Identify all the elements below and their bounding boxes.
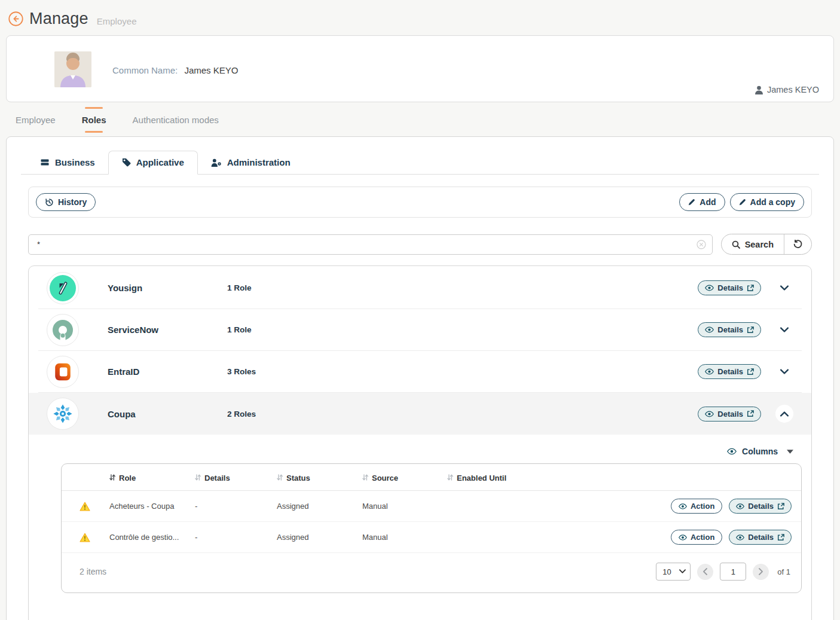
add-buttons: Add Add a copy (679, 193, 804, 211)
reset-search-button[interactable] (784, 234, 811, 254)
table-header-row: Role Details Status (62, 466, 801, 491)
eye-icon (736, 535, 744, 540)
column-header-status[interactable]: Status (277, 474, 362, 482)
column-header-role[interactable]: Role (109, 474, 195, 482)
add-label: Add (700, 197, 716, 207)
applications-panel: Yousign 1 Role Details (28, 265, 812, 620)
app-row-coupa[interactable]: Coupa 2 Roles Details (29, 393, 811, 435)
app-details-button[interactable]: Details (698, 407, 761, 422)
pagination: 10 of 1 (656, 563, 790, 581)
common-name: Common Name: James KEYO (112, 65, 238, 75)
app-details-label: Details (717, 283, 743, 292)
roles-panel: Business Applicative Administration (6, 136, 834, 620)
column-header-details[interactable]: Details (195, 474, 277, 482)
user-badge: James KEYO (755, 85, 819, 94)
page-title: Manage (29, 10, 88, 28)
app-role-count: 2 Roles (227, 410, 256, 419)
cell-role: Acheteurs - Coupa (109, 502, 195, 511)
column-label: Status (286, 474, 310, 482)
app-role-count: 1 Role (227, 325, 252, 334)
columns-dropdown[interactable]: Columns (29, 435, 811, 456)
sort-icon (277, 474, 283, 482)
row-details-button[interactable]: Details (729, 499, 792, 514)
search-button-group: Search (721, 234, 812, 255)
back-icon[interactable] (8, 11, 23, 26)
search-button[interactable]: Search (722, 234, 784, 254)
cell-source: Manual (362, 533, 447, 542)
row-details-label: Details (748, 502, 774, 511)
add-copy-label: Add a copy (750, 197, 795, 207)
next-page-button[interactable] (753, 564, 769, 580)
app-name: ServiceNow (108, 325, 227, 335)
search-icon (732, 240, 740, 249)
column-label: Enabled Until (457, 474, 506, 482)
external-link-icon (777, 534, 784, 541)
add-button[interactable]: Add (679, 193, 725, 211)
toolbar: History Add Add a copy (28, 187, 812, 218)
app-details-button[interactable]: Details (698, 364, 761, 379)
chevron-up-icon[interactable] (775, 405, 793, 423)
page-subtitle: Employee (97, 16, 137, 26)
action-button[interactable]: Action (671, 530, 722, 545)
cell-details: - (195, 502, 277, 511)
profile-card: Common Name: James KEYO James KEYO (6, 35, 834, 102)
app-row-yousign[interactable]: Yousign 1 Role Details (38, 267, 802, 309)
tab-roles[interactable]: Roles (81, 106, 108, 134)
person-icon (755, 85, 763, 94)
chevron-down-icon[interactable] (775, 321, 793, 339)
subtab-business[interactable]: Business (27, 151, 108, 175)
row-details-button[interactable]: Details (729, 530, 792, 545)
action-button[interactable]: Action (671, 499, 722, 514)
sort-icon (195, 474, 201, 482)
external-link-icon (747, 368, 754, 375)
clear-search-icon[interactable] (697, 240, 706, 252)
chevron-down-icon[interactable] (775, 279, 793, 297)
tag-icon (122, 158, 131, 167)
cell-status: Assigned (277, 533, 362, 542)
subtab-administration-label: Administration (227, 157, 291, 167)
common-name-label: Common Name: (112, 65, 178, 75)
sort-icon (447, 474, 453, 482)
topbar: Manage Employee (0, 0, 840, 34)
cell-source: Manual (362, 502, 447, 511)
column-header-source[interactable]: Source (362, 474, 447, 482)
app-role-count: 3 Roles (227, 367, 256, 376)
subtab-administration[interactable]: Administration (198, 151, 304, 175)
history-button[interactable]: History (36, 193, 96, 211)
app-row-entraid[interactable]: EntraID 3 Roles Details (38, 351, 802, 393)
tab-employee[interactable]: Employee (14, 106, 57, 134)
eye-icon (705, 285, 714, 291)
previous-page-button[interactable] (697, 564, 713, 580)
search-label: Search (745, 240, 774, 249)
page-number-input[interactable] (720, 563, 746, 581)
columns-label: Columns (742, 447, 778, 456)
cell-role: Contrôle de gestio... (109, 533, 195, 542)
eye-icon (705, 411, 714, 417)
page-size-select[interactable]: 10 (656, 563, 691, 581)
column-label: Role (119, 474, 136, 482)
subtab-applicative[interactable]: Applicative (108, 151, 198, 175)
eye-icon (705, 368, 714, 375)
eye-icon (727, 448, 737, 455)
search-input[interactable] (28, 234, 713, 255)
app-details-button[interactable]: Details (698, 322, 761, 337)
app-details-label: Details (717, 367, 743, 376)
app-row-servicenow[interactable]: ServiceNow 1 Role Details (38, 309, 802, 351)
chevron-down-icon[interactable] (775, 363, 793, 381)
external-link-icon (747, 326, 754, 334)
column-header-enabled-until[interactable]: Enabled Until (447, 474, 801, 482)
eye-icon (679, 535, 687, 540)
cell-details: - (195, 533, 277, 542)
row-details-label: Details (748, 533, 774, 542)
user-gear-icon (211, 158, 222, 167)
add-copy-button[interactable]: Add a copy (730, 193, 804, 211)
main-tabs: Employee Roles Authentication modes (0, 102, 840, 134)
tab-authentication-modes[interactable]: Authentication modes (132, 106, 220, 134)
user-badge-name: James KEYO (767, 85, 819, 94)
eye-icon (705, 326, 714, 333)
app-name: Yousign (108, 283, 227, 293)
app-details-button[interactable]: Details (698, 280, 761, 295)
entraid-logo-icon (47, 356, 79, 388)
roles-table: Role Details Status (61, 463, 802, 593)
history-label: History (58, 197, 87, 207)
